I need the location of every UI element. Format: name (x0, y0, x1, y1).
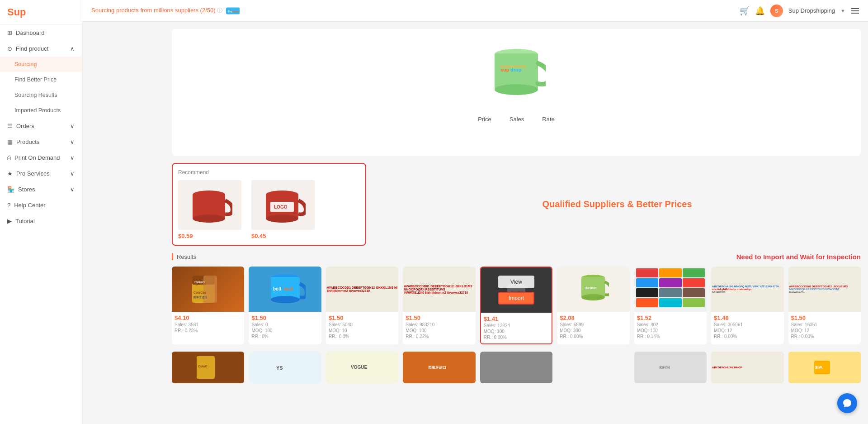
product-rr: RR.: 0.0% (329, 334, 396, 339)
product-card-r2-6[interactable] (557, 352, 629, 383)
product-price: $1.52 (637, 314, 704, 321)
product-card-r2-2[interactable]: YS (249, 352, 321, 383)
product-meta: Sales: 5040 (329, 322, 396, 327)
product-image-r2-8: ABCDEFGHI JKLMNOP (711, 352, 783, 383)
sidebar-item-dashboard[interactable]: ⊞ Dashboard (0, 25, 82, 41)
product-rr: RR.: 0.00% (714, 334, 781, 339)
svg-text:VOGUE: VOGUE (351, 365, 367, 370)
product-image-stickers2: AVABBCCCDD01 DEEEFTGGH12 IJKKLB1M3 NNOOP… (403, 267, 475, 312)
svg-text:YS: YS (276, 365, 283, 371)
recommend-label: Recommend (178, 169, 360, 176)
help-icon: ? (7, 202, 10, 209)
sidebar-item-sourcing[interactable]: Sourcing (0, 57, 82, 72)
sidebar-item-print-on-demand[interactable]: ⎙ Print On Demand ∨ (0, 150, 82, 166)
product-rr: RR.: 0.00% (791, 334, 858, 339)
sidebar-item-orders[interactable]: ☰ Orders ∨ (0, 118, 82, 134)
sidebar-item-pro-services[interactable]: ★ Pro Services ∨ (0, 166, 82, 181)
results-bar (172, 253, 173, 260)
product-card-stickers3[interactable]: ABCDEFGHI JKLMNOPQ RSTUVWX YZ012345 6789… (711, 267, 783, 344)
product-card-greenmug[interactable]: Baskitt $2.08 Sales: 6899 MOQ: 300 RR.: … (557, 267, 629, 344)
product-moq: MOQ: 300 (560, 328, 627, 333)
product-price: $1.41 (484, 315, 549, 322)
header-sourcing-info: Sourcing products from millions supplier… (91, 6, 240, 16)
product-meta: Sales: 983210 (406, 322, 472, 327)
sidebar-item-find-better-price[interactable]: Find Better Price (0, 72, 82, 87)
product-image-highlighted: 文字内容 View Import (481, 267, 552, 313)
svg-rect-8 (500, 66, 527, 67)
product-price: $4.10 (175, 314, 241, 321)
chevron-down-icon: ∨ (70, 154, 75, 161)
chat-button[interactable] (837, 393, 857, 413)
product-price: $2.08 (560, 314, 627, 321)
view-button[interactable]: View (498, 276, 534, 288)
product-info-stickers4: $1.50 Sales: 16351 MOQ: 12 RR.: 0.00% (788, 312, 861, 343)
main-content: sup drop Price Sales Rate Recommend (165, 22, 868, 424)
product-card-stickers2[interactable]: AVABBCCCDD01 DEEEFTGGH12 IJKKLB1M3 NNOOP… (403, 267, 475, 344)
products-icon: ▦ (7, 138, 13, 145)
product-card-r2-3[interactable]: VOGUE (326, 352, 398, 383)
tutorial-icon: ▶ (7, 218, 12, 224)
product-overlay: View Import (481, 267, 552, 313)
search-icon: ⊙ (7, 45, 12, 52)
product-card-stickers1[interactable]: AVABBCCCDD1 DEEEFTGGH12 IJKKKL1M3 NNOOPO… (326, 267, 398, 344)
sort-tab-sales[interactable]: Sales (509, 116, 524, 124)
product-info-highlighted: $1.41 Sales: 13824 MOQ: 100 RR.: 0.00% (481, 313, 552, 343)
qualified-banner: Qualified Suppliers & Better Prices (373, 163, 861, 246)
recommend-qualified-row: Recommend $0.59 (172, 163, 861, 246)
results-label: Results (177, 253, 196, 260)
sidebar-item-find-product[interactable]: ⊙ Find product ∧ (0, 41, 82, 57)
sidebar-item-tutorial[interactable]: ▶ Tutorial (0, 213, 82, 229)
svg-point-14 (266, 214, 298, 223)
avatar[interactable]: S (770, 5, 783, 17)
hamburger-menu-icon[interactable] (851, 8, 859, 14)
product-card-stickers4[interactable]: AVABBCCCDD01 DEEEFTGGH12 IJKKLB1M3 NNOOP… (788, 267, 861, 344)
svg-text:sup: sup (500, 67, 509, 72)
qualified-text: Qualified Suppliers & Better Prices (542, 199, 692, 210)
sort-tab-price[interactable]: Price (478, 116, 491, 124)
product-rr: RR.: 0.14% (637, 334, 704, 339)
chevron-down-icon[interactable]: ▼ (840, 8, 845, 14)
bell-icon[interactable]: 🔔 (755, 6, 765, 16)
top-header: Sourcing products from millions supplier… (82, 0, 868, 22)
product-info-stickers1: $1.50 Sales: 5040 MOQ: 10 RR.: 0.0% (326, 312, 398, 343)
import-button[interactable]: Import (498, 292, 534, 305)
product-card-bolttech[interactable]: bolt tech $1.50 Sales: 0 MOQ: 100 RR.: 0… (249, 267, 321, 344)
product-image-stickers4: AVABBCCCDD01 DEEEFTGGH12 IJKKLB1M3 NNOOP… (788, 267, 861, 312)
recommend-item-1[interactable]: $0.59 (178, 180, 246, 239)
product-meta: Sales: 6899 (560, 322, 627, 327)
sidebar-item-imported-products[interactable]: Imported Products (0, 103, 82, 118)
product-card-mugsgrid[interactable]: $1.52 Sales: 402 MOQ: 100 RR.: 0.14% (634, 267, 707, 344)
cart-icon[interactable]: 🛒 (740, 6, 750, 16)
recommend-price-2: $0.45 (251, 233, 319, 239)
chevron-down-icon: ∨ (70, 123, 75, 129)
product-card-r2-1[interactable]: ColaO (172, 352, 244, 383)
sort-tab-rate[interactable]: Rate (542, 116, 554, 124)
svg-text:和利冠: 和利冠 (659, 366, 670, 370)
sidebar-item-products[interactable]: ▦ Products ∨ (0, 134, 82, 150)
results-label-area: Results (172, 253, 196, 260)
sidebar-item-help-center[interactable]: ? Help Center (0, 197, 82, 213)
product-image-r2-3: VOGUE (326, 352, 398, 383)
username-label[interactable]: Sup Dropshipping (788, 7, 835, 14)
product-card-r2-9[interactable]: 彩色 (788, 352, 861, 383)
product-card-highlighted[interactable]: 文字内容 View Import $1.41 Sales: 13824 MOQ:… (480, 267, 552, 344)
product-card-r2-5[interactable] (480, 352, 552, 383)
recommend-item-2[interactable]: LOGO $0.45 (251, 180, 319, 239)
pro-icon: ★ (7, 170, 13, 177)
product-card-colacao[interactable]: ColaO ColaCao 防草牙进口 $4.10 Sales: 3581 RR… (172, 267, 244, 344)
sort-tabs: Price Sales Rate (478, 116, 555, 124)
import-banner-area: Need to Import and Wait for Inspection (203, 253, 861, 261)
product-card-r2-4[interactable]: 西班牙进口 (403, 352, 475, 383)
product-rr: RR.: 0% (251, 334, 318, 339)
sidebar-item-sourcing-results[interactable]: Sourcing Results (0, 87, 82, 103)
product-image-r2-2: YS (249, 352, 321, 383)
product-card-r2-7[interactable]: 和利冠 (634, 352, 707, 383)
app-logo[interactable]: Sup (0, 0, 82, 25)
product-moq: MOQ: 12 (791, 328, 858, 333)
stores-icon: 🏪 (7, 186, 14, 193)
sidebar-item-stores[interactable]: 🏪 Stores ∨ (0, 181, 82, 197)
product-price: $1.50 (329, 314, 396, 321)
product-meta: Sales: 3581 (175, 322, 241, 327)
product-card-r2-8[interactable]: ABCDEFGHI JKLMNOP (711, 352, 783, 383)
product-moq: MOQ: 12 (714, 328, 781, 333)
